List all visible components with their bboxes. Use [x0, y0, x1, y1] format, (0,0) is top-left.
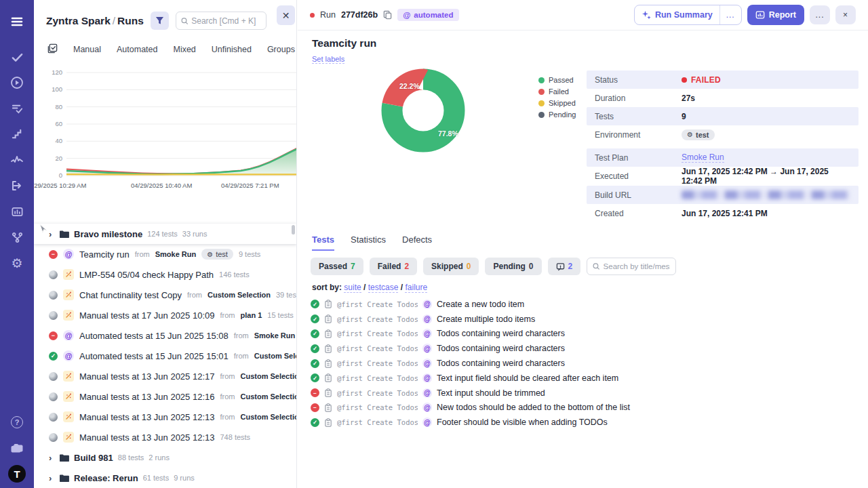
test-plans-list-icon[interactable]: [0, 96, 34, 121]
search-icon: [593, 262, 599, 270]
run-tests-count: 9 tests: [239, 250, 260, 258]
tab-tests[interactable]: Tests: [312, 235, 334, 251]
run-list-item[interactable]: LMP-554 05/04 check Happy Path 146 tests: [34, 264, 297, 285]
chevron-right-icon[interactable]: ›: [49, 473, 54, 483]
run-detail-panel: Run 277df26b @ automated Run Summary ...…: [298, 0, 868, 488]
manual-run-icon: [63, 411, 74, 422]
tests-search[interactable]: [587, 258, 676, 275]
tab-mixed[interactable]: Mixed: [173, 45, 195, 54]
pending-status-icon: [49, 291, 58, 300]
run-list-item[interactable]: ✓ @ Automated tests at 15 Jun 2025 15:01…: [34, 346, 297, 366]
test-row[interactable]: − @first Create Todos... @ Text input sh…: [311, 386, 853, 401]
manual-run-icon: [63, 391, 74, 402]
help-icon[interactable]: ?: [0, 409, 34, 435]
run-name: Manual tests at 13 Jun 2025 12:17: [79, 371, 214, 382]
test-row[interactable]: ✓ @first Create Todos... @ Todos contain…: [311, 356, 853, 371]
chip-pending[interactable]: Pending0: [485, 258, 541, 275]
chip-passed[interactable]: Passed7: [311, 258, 363, 275]
folder-name: Release: Rerun: [74, 473, 138, 483]
run-id: 277df26b: [341, 10, 378, 20]
run-plan-name: plan 1: [240, 311, 262, 319]
run-tests-count: 39 tests: [276, 291, 297, 299]
chevron-right-icon[interactable]: ›: [49, 229, 54, 239]
run-list-item[interactable]: Manual tests at 13 Jun 2025 12:16 from C…: [34, 386, 297, 407]
test-row[interactable]: ✓ @first Create Todos... @ Todos contain…: [311, 341, 853, 356]
run-list-item[interactable]: Chat functinality test Copy from Custom …: [34, 285, 297, 305]
report-chart-icon: [755, 10, 765, 20]
filter-button[interactable]: [151, 12, 169, 30]
sort-by-testcase[interactable]: testcase: [368, 283, 399, 293]
build-url-redacted: [682, 190, 850, 199]
tab-defects[interactable]: Defects: [402, 235, 432, 251]
y-tick: 100: [35, 85, 62, 93]
close-run-button[interactable]: ×: [835, 5, 856, 24]
import-icon[interactable]: [0, 173, 34, 199]
run-list-item[interactable]: − @ Teamcity run from Smoke Run ⚙test 9 …: [34, 244, 297, 264]
runs-search[interactable]: [176, 12, 267, 30]
test-title: Todos containing weird characters: [437, 329, 565, 338]
run-summary-button[interactable]: Run Summary ...: [634, 5, 742, 25]
test-row[interactable]: − @first Create Todos... @ New todos sho…: [311, 401, 853, 415]
tab-unfinished[interactable]: Unfinished: [212, 45, 252, 54]
copy-icon[interactable]: [383, 10, 392, 20]
run-list-item[interactable]: Manual tests at 13 Jun 2025 12:13 748 te…: [34, 427, 297, 447]
passed-status-icon: ✓: [311, 329, 319, 338]
runs-play-icon[interactable]: [0, 70, 34, 96]
test-row[interactable]: ✓ @first Create Todos... @ Create a new …: [311, 297, 853, 312]
run-list-item[interactable]: Manual tests at 13 Jun 2025 12:13 from C…: [34, 407, 297, 427]
y-tick: 0: [35, 171, 62, 179]
runs-panel: Zyntra Spark/Runs ✕ Manual Automated Mix…: [34, 0, 297, 488]
folder-tests-count: 88 tests: [118, 453, 144, 462]
tests-search-input[interactable]: [604, 262, 671, 270]
project-name[interactable]: Zyntra Spark: [46, 15, 111, 26]
field-environment: Environment ⚙test: [587, 125, 859, 144]
test-row[interactable]: ✓ @first Create Todos... @ Todos contain…: [311, 327, 853, 342]
analytics-pulse-icon[interactable]: [0, 147, 34, 173]
chevron-right-icon[interactable]: ›: [49, 453, 54, 463]
runs-search-input[interactable]: [191, 16, 261, 26]
projects-folder-icon[interactable]: [0, 435, 34, 461]
tab-statistics[interactable]: Statistics: [351, 235, 386, 251]
more-actions-button[interactable]: ...: [810, 5, 830, 24]
run-list-item[interactable]: − @ Automated tests at 15 Jun 2025 15:08…: [34, 325, 297, 346]
scrollbar-thumb[interactable]: [292, 225, 295, 235]
test-row[interactable]: ✓ @first Create Todos... @ Footer should…: [311, 415, 853, 430]
milestones-steps-icon[interactable]: [0, 121, 34, 147]
clipboard-icon: [324, 329, 332, 338]
folder-tests-count: 61 tests: [143, 474, 170, 482]
report-button[interactable]: Report: [747, 5, 804, 25]
test-row[interactable]: ✓ @first Create Todos... @ Text input fi…: [311, 371, 853, 386]
select-all-icon[interactable]: [47, 43, 58, 56]
branches-icon[interactable]: [0, 224, 34, 250]
field-duration: Duration 27s: [587, 89, 859, 107]
chip-comments[interactable]: 2: [548, 258, 581, 275]
tests-check-icon[interactable]: [0, 44, 34, 70]
test-plan-link[interactable]: Smoke Run: [682, 152, 724, 163]
x-tick: 04/29/2025 10:40 AM: [131, 182, 192, 189]
run-folder-bravo-milestone[interactable]: › Bravo milestone 124 tests 33 runs: [34, 224, 297, 244]
run-summary-more-button[interactable]: ...: [719, 5, 741, 24]
run-list-item[interactable]: Manual tests at 17 Jun 2025 10:09 from p…: [34, 305, 297, 325]
test-row[interactable]: ✓ @first Create Todos... @ Create multip…: [311, 312, 853, 327]
panel-close-button[interactable]: ✕: [277, 5, 295, 25]
run-folder-build-981[interactable]: › Build 981 88 tests 2 runs: [34, 447, 297, 468]
passed-status-icon: ✓: [311, 418, 319, 427]
area-chart-canvas: [34, 66, 297, 180]
sort-by-suite[interactable]: suite: [344, 283, 361, 293]
reports-chart-icon[interactable]: [0, 199, 34, 224]
folder-icon: [59, 230, 69, 239]
run-list-item[interactable]: Manual tests at 13 Jun 2025 12:17 from C…: [34, 366, 297, 386]
y-tick: 120: [35, 68, 62, 76]
chip-failed[interactable]: Failed2: [370, 258, 417, 275]
tab-groups[interactable]: Groups: [267, 45, 295, 54]
tab-automated[interactable]: Automated: [117, 45, 157, 54]
hamburger-menu-icon[interactable]: [0, 9, 34, 35]
sort-by-failure[interactable]: failure: [405, 283, 427, 293]
tab-manual[interactable]: Manual: [73, 45, 101, 54]
settings-gear-icon[interactable]: ⚙: [0, 250, 34, 276]
run-folder-release-rerun[interactable]: › Release: Rerun 61 tests 9 runs: [34, 468, 297, 488]
chip-skipped[interactable]: Skipped0: [423, 258, 479, 275]
manual-run-icon: [63, 432, 74, 443]
app-logo[interactable]: T: [8, 465, 26, 483]
set-labels-link[interactable]: Set labels: [312, 55, 344, 64]
